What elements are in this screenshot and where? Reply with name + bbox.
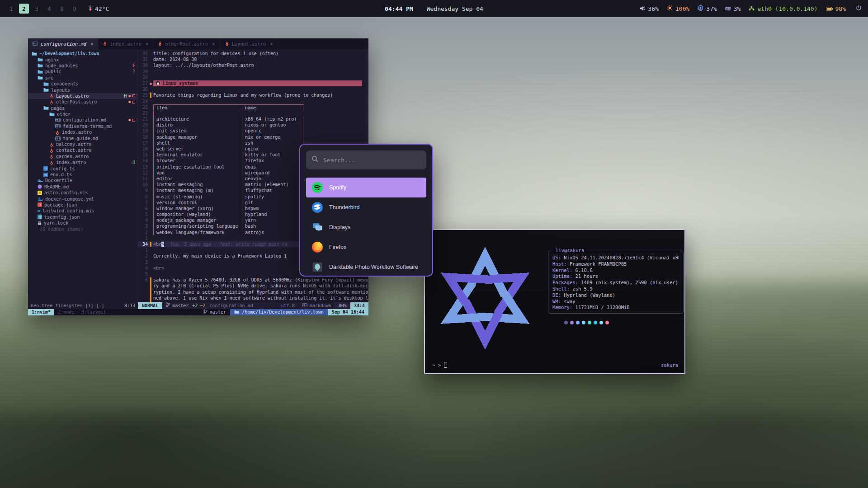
tree-item[interactable]: layouts	[28, 87, 137, 93]
buffer-line[interactable]: 18package managernix or emerge	[138, 134, 368, 140]
memory-module[interactable]: 3%	[725, 5, 741, 12]
tab-index.astro[interactable]: index.astro×	[98, 38, 153, 49]
tree-item[interactable]: node_modulesE	[28, 63, 137, 69]
folder-open-icon	[49, 112, 55, 117]
tree-item[interactable]: JSastro.config.mjs	[28, 190, 137, 196]
tree-item[interactable]: nginx	[28, 56, 137, 62]
tab-Layout.astro[interactable]: Layout.astro×	[220, 38, 278, 49]
speaker-icon	[640, 5, 646, 12]
search-input[interactable]	[323, 157, 421, 164]
buffer-line[interactable]: 6sakura has a Ryzen 5 7640U, 32GB of DDR…	[138, 277, 368, 302]
ts-icon: TS	[43, 166, 48, 171]
workspace-1[interactable]: 1	[6, 4, 16, 14]
volume-module[interactable]: 36%	[640, 5, 659, 12]
tree-item[interactable]: ≈tailwind.config.mjs	[28, 208, 137, 214]
tree-item[interactable]: index.astroH	[28, 160, 137, 165]
tab-otherPost.astro[interactable]: otherPost.astro×	[153, 38, 220, 49]
astro-icon	[49, 94, 54, 98]
tree-item[interactable]: components	[28, 81, 137, 87]
tree-item[interactable]: (6 hidden items)	[28, 226, 137, 232]
tree-item[interactable]: tone-guide.md	[28, 135, 137, 141]
tree-item[interactable]: TSconfig.ts	[28, 165, 137, 171]
close-icon[interactable]: ×	[146, 41, 148, 47]
launcher-search[interactable]	[306, 150, 426, 169]
clock-date[interactable]: Wednesday Sep 04	[427, 5, 483, 12]
tree-item[interactable]: yarn.lock	[28, 220, 137, 226]
tree-item[interactable]: TSenv.d.ts	[28, 172, 137, 178]
buffer-line[interactable]: 23itemname	[138, 104, 368, 110]
git-added-count: +2	[192, 302, 198, 309]
launcher-item-darktable[interactable]: Darktable Photo Workflow Software	[306, 257, 426, 277]
workspace-9[interactable]: 9	[70, 4, 80, 14]
workspace-8[interactable]: 8	[57, 4, 67, 14]
buffer-line[interactable]: 25Favorite things regarding Linux and my…	[138, 92, 368, 98]
tree-item[interactable]: otherPost.astro●	[28, 99, 137, 105]
buffer-line[interactable]: 26	[138, 86, 368, 92]
git-branch-name: master	[172, 302, 189, 309]
readme-icon: i	[38, 184, 42, 189]
buffer-line[interactable]: 19init systemopenrc	[138, 128, 368, 134]
folder-open-icon	[32, 52, 37, 56]
tree-item[interactable]: {}package.json	[28, 202, 137, 208]
launcher-item-spotify[interactable]: Spotify	[306, 178, 426, 197]
buffer-line[interactable]: 21architecturex86_64 (rip m2 pro)	[138, 116, 368, 122]
tree-item[interactable]: Layout.astroH●	[28, 93, 137, 99]
workspace-2[interactable]: 2	[19, 4, 29, 14]
tmux-window-2[interactable]: 2:node	[54, 309, 78, 315]
cpu-module[interactable]: 37%	[698, 5, 717, 12]
tree-item[interactable]: other	[28, 111, 137, 117]
astro-icon	[49, 100, 54, 104]
tab-configuration.md[interactable]: configuration.md×	[28, 38, 98, 49]
buffer-line[interactable]: 32title: configuration for devices i use…	[138, 51, 368, 56]
battery-module[interactable]: 98%	[826, 5, 846, 12]
close-icon[interactable]: ×	[212, 41, 215, 47]
tmux-window-3[interactable]: 3:lazygit	[78, 309, 109, 315]
workspace-3[interactable]: 3	[32, 4, 42, 14]
tree-item[interactable]: contact.astro	[28, 147, 137, 153]
fetch-entry: WM: sway	[552, 299, 679, 305]
tailwind-icon: ≈	[38, 208, 40, 213]
buffer-line[interactable]: 30layout: ../../layouts/otherPost.astro	[138, 62, 368, 68]
js-icon: JS	[38, 191, 42, 195]
tree-item[interactable]: balcony.astro	[28, 141, 137, 147]
json-icon: {}	[38, 202, 42, 207]
buffer-line[interactable]: 22	[138, 110, 368, 116]
workspace-4[interactable]: 4	[44, 4, 54, 14]
buffer-line[interactable]: 29---	[138, 69, 368, 75]
tree-item[interactable]: pages	[28, 105, 137, 111]
shell-prompt: ~ >	[432, 362, 441, 368]
clock-time[interactable]: 04:44 PM	[385, 5, 413, 12]
tree-item[interactable]: iREADME.md	[28, 184, 137, 190]
launcher-item-thunderbird[interactable]: Thunderbird	[306, 197, 426, 217]
tree-item[interactable]: garden.astro	[28, 154, 137, 160]
close-icon[interactable]: ×	[90, 41, 93, 47]
git-modified-icon: ●	[128, 100, 131, 104]
buffer-line[interactable]: 20distronixos or gentoo	[138, 122, 368, 128]
markdown-icon	[33, 41, 38, 47]
tree-item[interactable]: docker-compose.yml	[28, 196, 137, 202]
tree-item[interactable]: Dockerfile	[28, 178, 137, 183]
tmux-window-1[interactable]: 1:nvim*	[28, 309, 54, 315]
brightness-module[interactable]: 100%	[667, 5, 689, 12]
launcher-item-firefox[interactable]: Firefox	[306, 237, 426, 257]
close-icon[interactable]: ×	[270, 41, 273, 47]
tree-item[interactable]: public?	[28, 69, 137, 75]
terminal-cursor[interactable]	[444, 362, 447, 368]
tree-item[interactable]: src	[28, 75, 137, 81]
buffer-line[interactable]: 31date: 2024-08-30	[138, 56, 368, 62]
tree-item[interactable]: {}tsconfig.json	[28, 214, 137, 220]
buffer-line[interactable]: 27●Linux systems	[138, 80, 368, 86]
scroll-percent: 80%	[335, 302, 350, 309]
tree-item[interactable]: index.astro	[28, 129, 137, 135]
power-button[interactable]	[854, 5, 862, 12]
temperature-module[interactable]: 42°C	[89, 5, 109, 12]
buffer-line[interactable]: 24	[138, 99, 368, 104]
tree-item[interactable]: configuration.md●	[28, 117, 137, 123]
launcher-item-displays[interactable]: Displays	[306, 217, 426, 237]
firefox-icon	[311, 241, 323, 253]
tree-item[interactable]: fediverse-terms.md	[28, 123, 137, 129]
buffer-line[interactable]: 28	[138, 75, 368, 80]
tree-item[interactable]: ~/Development/liv.town	[28, 51, 137, 56]
network-module[interactable]: eth0 (10.0.0.140)	[749, 5, 817, 12]
markdown-icon	[55, 124, 61, 128]
